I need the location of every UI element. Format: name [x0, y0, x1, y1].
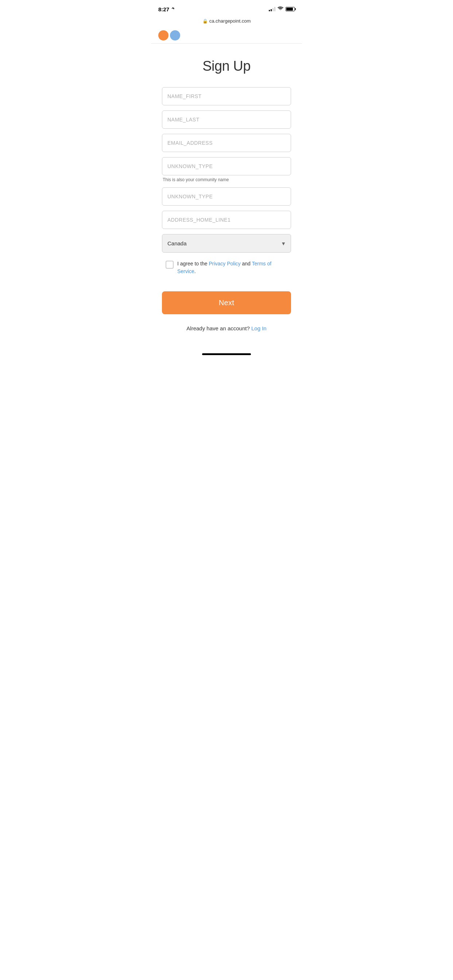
logo	[158, 30, 180, 40]
period: .	[195, 268, 196, 274]
login-prompt: Already have an account? Log In	[162, 321, 291, 339]
browser-bar: 🔒 ca.chargepoint.com	[151, 16, 302, 27]
terms-checkbox-area: I agree to the Privacy Policy and Terms …	[166, 260, 287, 275]
country-select-wrapper: Canada United States Other ▼	[162, 234, 291, 253]
password-input[interactable]	[162, 188, 291, 205]
address-input[interactable]	[162, 211, 291, 229]
signal-bars-icon	[269, 7, 275, 11]
username-group: This is also your community name	[162, 157, 291, 182]
main-content: Sign Up This is also your community name…	[151, 44, 302, 350]
username-input[interactable]	[162, 157, 291, 175]
url-text: ca.chargepoint.com	[209, 18, 250, 24]
name-last-group	[162, 110, 291, 129]
logo-orange-circle	[158, 30, 169, 40]
lock-icon: 🔒	[203, 19, 208, 24]
country-select[interactable]: Canada United States Other	[162, 234, 291, 253]
wifi-icon	[278, 6, 283, 12]
name-first-input[interactable]	[162, 87, 291, 105]
terms-checkbox[interactable]	[166, 261, 174, 269]
next-button[interactable]: Next	[162, 291, 291, 314]
and-text: and	[241, 261, 252, 267]
already-account-text: Already have an account?	[187, 325, 249, 331]
battery-icon	[286, 7, 295, 11]
email-input[interactable]	[162, 134, 291, 152]
status-bar: 8:27	[151, 0, 302, 16]
privacy-policy-link[interactable]: Privacy Policy	[209, 261, 240, 267]
username-hint: This is also your community name	[162, 177, 291, 182]
name-last-input[interactable]	[162, 110, 291, 129]
email-group	[162, 134, 291, 152]
location-icon	[171, 7, 175, 11]
name-first-group	[162, 87, 291, 105]
terms-checkbox-wrapper[interactable]	[166, 261, 174, 270]
password-group	[162, 188, 291, 205]
status-icons	[269, 6, 295, 12]
login-link[interactable]: Log In	[251, 325, 266, 331]
status-time: 8:27	[158, 6, 175, 13]
terms-text: I agree to the Privacy Policy and Terms …	[177, 260, 287, 275]
logo-area	[151, 27, 302, 44]
home-indicator	[202, 353, 251, 355]
agree-text: I agree to the	[177, 261, 209, 267]
page-title: Sign Up	[162, 58, 291, 74]
logo-blue-circle	[170, 30, 180, 40]
address-group	[162, 211, 291, 229]
